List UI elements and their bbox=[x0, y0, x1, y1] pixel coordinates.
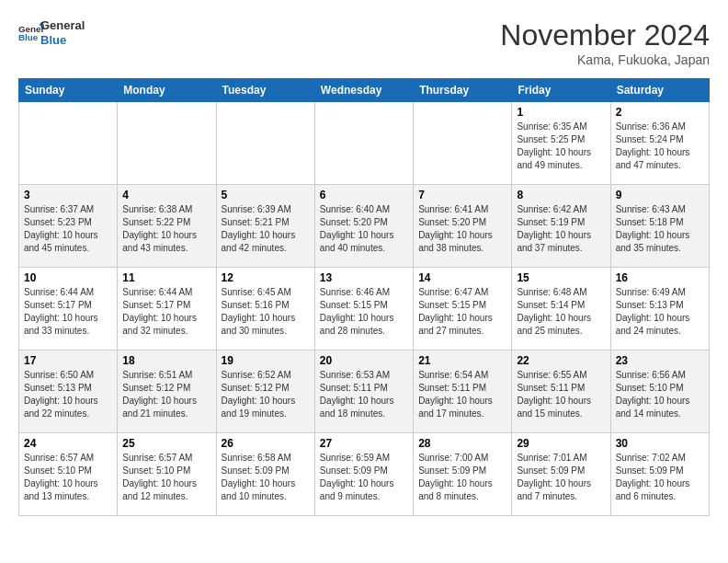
day-number: 16 bbox=[616, 271, 704, 284]
day-info: Sunrise: 6:52 AM Sunset: 5:12 PM Dayligh… bbox=[222, 369, 310, 420]
logo-general: General bbox=[40, 18, 85, 33]
day-number: 18 bbox=[122, 354, 210, 367]
calendar-cell: 17Sunrise: 6:50 AM Sunset: 5:13 PM Dayli… bbox=[19, 350, 118, 433]
day-number: 6 bbox=[320, 189, 408, 201]
day-info: Sunrise: 6:40 AM Sunset: 5:20 PM Dayligh… bbox=[320, 203, 408, 255]
calendar-cell: 9Sunrise: 6:43 AM Sunset: 5:18 PM Daylig… bbox=[610, 185, 709, 268]
day-info: Sunrise: 6:44 AM Sunset: 5:17 PM Dayligh… bbox=[24, 286, 112, 338]
calendar-cell bbox=[314, 102, 413, 185]
day-number: 5 bbox=[222, 189, 310, 201]
calendar-cell: 14Sunrise: 6:47 AM Sunset: 5:15 PM Dayli… bbox=[414, 268, 512, 350]
weekday-header-tuesday: Tuesday bbox=[216, 79, 314, 102]
weekday-header-sunday: Sunday bbox=[19, 79, 118, 102]
day-info: Sunrise: 6:45 AM Sunset: 5:16 PM Dayligh… bbox=[222, 286, 310, 338]
day-info: Sunrise: 7:02 AM Sunset: 5:09 PM Dayligh… bbox=[616, 452, 704, 503]
day-number: 22 bbox=[517, 354, 605, 367]
day-info: Sunrise: 6:54 AM Sunset: 5:11 PM Dayligh… bbox=[418, 369, 506, 420]
day-number: 25 bbox=[122, 437, 210, 450]
day-info: Sunrise: 6:53 AM Sunset: 5:11 PM Dayligh… bbox=[320, 369, 408, 420]
day-number: 29 bbox=[517, 437, 605, 450]
day-info: Sunrise: 6:56 AM Sunset: 5:10 PM Dayligh… bbox=[616, 369, 704, 420]
header: General Blue General Blue November 2024 … bbox=[18, 18, 710, 67]
location: Kama, Fukuoka, Japan bbox=[500, 52, 710, 67]
day-number: 12 bbox=[222, 271, 310, 284]
day-info: Sunrise: 6:37 AM Sunset: 5:23 PM Dayligh… bbox=[24, 203, 112, 255]
day-number: 11 bbox=[122, 271, 210, 284]
calendar-cell: 30Sunrise: 7:02 AM Sunset: 5:09 PM Dayli… bbox=[610, 433, 709, 516]
calendar-cell: 16Sunrise: 6:49 AM Sunset: 5:13 PM Dayli… bbox=[610, 268, 709, 350]
day-info: Sunrise: 6:38 AM Sunset: 5:22 PM Dayligh… bbox=[122, 203, 210, 255]
month-title: November 2024 bbox=[500, 18, 710, 52]
day-number: 4 bbox=[122, 189, 210, 201]
day-info: Sunrise: 6:39 AM Sunset: 5:21 PM Dayligh… bbox=[222, 203, 310, 255]
calendar-cell: 22Sunrise: 6:55 AM Sunset: 5:11 PM Dayli… bbox=[512, 350, 610, 433]
logo-blue: Blue bbox=[40, 33, 85, 48]
day-info: Sunrise: 6:35 AM Sunset: 5:25 PM Dayligh… bbox=[517, 121, 605, 172]
day-info: Sunrise: 6:44 AM Sunset: 5:17 PM Dayligh… bbox=[122, 286, 210, 338]
calendar-cell bbox=[216, 102, 314, 185]
day-number: 10 bbox=[24, 271, 112, 284]
calendar-cell: 21Sunrise: 6:54 AM Sunset: 5:11 PM Dayli… bbox=[414, 350, 512, 433]
calendar-cell: 29Sunrise: 7:01 AM Sunset: 5:09 PM Dayli… bbox=[512, 433, 610, 516]
calendar-cell: 11Sunrise: 6:44 AM Sunset: 5:17 PM Dayli… bbox=[118, 268, 216, 350]
logo: General Blue General Blue bbox=[18, 18, 85, 47]
day-number: 21 bbox=[418, 354, 506, 367]
calendar-cell: 4Sunrise: 6:38 AM Sunset: 5:22 PM Daylig… bbox=[118, 185, 216, 268]
calendar-cell: 18Sunrise: 6:51 AM Sunset: 5:12 PM Dayli… bbox=[118, 350, 216, 433]
weekday-header-monday: Monday bbox=[118, 79, 216, 102]
day-number: 27 bbox=[320, 437, 408, 450]
day-number: 26 bbox=[222, 437, 310, 450]
calendar-cell: 24Sunrise: 6:57 AM Sunset: 5:10 PM Dayli… bbox=[19, 433, 118, 516]
calendar-cell: 20Sunrise: 6:53 AM Sunset: 5:11 PM Dayli… bbox=[314, 350, 413, 433]
calendar-cell: 10Sunrise: 6:44 AM Sunset: 5:17 PM Dayli… bbox=[19, 268, 118, 350]
day-info: Sunrise: 6:42 AM Sunset: 5:19 PM Dayligh… bbox=[517, 203, 605, 255]
weekday-header-friday: Friday bbox=[512, 79, 610, 102]
day-number: 2 bbox=[616, 106, 704, 119]
day-number: 13 bbox=[320, 271, 408, 284]
weekday-header-saturday: Saturday bbox=[610, 79, 709, 102]
day-number: 1 bbox=[517, 106, 605, 119]
calendar-cell bbox=[118, 102, 216, 185]
day-info: Sunrise: 7:01 AM Sunset: 5:09 PM Dayligh… bbox=[517, 452, 605, 503]
calendar-cell: 15Sunrise: 6:48 AM Sunset: 5:14 PM Dayli… bbox=[512, 268, 610, 350]
day-info: Sunrise: 6:59 AM Sunset: 5:09 PM Dayligh… bbox=[320, 452, 408, 503]
calendar-cell: 23Sunrise: 6:56 AM Sunset: 5:10 PM Dayli… bbox=[610, 350, 709, 433]
weekday-header-wednesday: Wednesday bbox=[314, 79, 413, 102]
weekday-header-thursday: Thursday bbox=[414, 79, 512, 102]
day-info: Sunrise: 6:36 AM Sunset: 5:24 PM Dayligh… bbox=[616, 121, 704, 172]
calendar-cell: 28Sunrise: 7:00 AM Sunset: 5:09 PM Dayli… bbox=[414, 433, 512, 516]
title-block: November 2024 Kama, Fukuoka, Japan bbox=[500, 18, 710, 67]
calendar-cell: 12Sunrise: 6:45 AM Sunset: 5:16 PM Dayli… bbox=[216, 268, 314, 350]
calendar-cell: 8Sunrise: 6:42 AM Sunset: 5:19 PM Daylig… bbox=[512, 185, 610, 268]
calendar-cell: 6Sunrise: 6:40 AM Sunset: 5:20 PM Daylig… bbox=[314, 185, 413, 268]
day-number: 28 bbox=[418, 437, 506, 450]
day-info: Sunrise: 6:49 AM Sunset: 5:13 PM Dayligh… bbox=[616, 286, 704, 338]
calendar-cell: 7Sunrise: 6:41 AM Sunset: 5:20 PM Daylig… bbox=[414, 185, 512, 268]
calendar-cell: 3Sunrise: 6:37 AM Sunset: 5:23 PM Daylig… bbox=[19, 185, 118, 268]
day-number: 8 bbox=[517, 189, 605, 201]
day-info: Sunrise: 6:55 AM Sunset: 5:11 PM Dayligh… bbox=[517, 369, 605, 420]
day-number: 7 bbox=[418, 189, 506, 201]
calendar: SundayMondayTuesdayWednesdayThursdayFrid… bbox=[18, 78, 710, 516]
day-info: Sunrise: 6:41 AM Sunset: 5:20 PM Dayligh… bbox=[418, 203, 506, 255]
calendar-cell: 25Sunrise: 6:57 AM Sunset: 5:10 PM Dayli… bbox=[118, 433, 216, 516]
day-info: Sunrise: 6:51 AM Sunset: 5:12 PM Dayligh… bbox=[122, 369, 210, 420]
calendar-cell bbox=[19, 102, 118, 185]
day-number: 24 bbox=[24, 437, 112, 450]
day-info: Sunrise: 6:47 AM Sunset: 5:15 PM Dayligh… bbox=[418, 286, 506, 338]
day-info: Sunrise: 6:46 AM Sunset: 5:15 PM Dayligh… bbox=[320, 286, 408, 338]
calendar-cell: 2Sunrise: 6:36 AM Sunset: 5:24 PM Daylig… bbox=[610, 102, 709, 185]
day-number: 20 bbox=[320, 354, 408, 367]
day-info: Sunrise: 6:57 AM Sunset: 5:10 PM Dayligh… bbox=[122, 452, 210, 503]
day-info: Sunrise: 6:43 AM Sunset: 5:18 PM Dayligh… bbox=[616, 203, 704, 255]
day-number: 17 bbox=[24, 354, 112, 367]
day-info: Sunrise: 6:57 AM Sunset: 5:10 PM Dayligh… bbox=[24, 452, 112, 503]
day-info: Sunrise: 7:00 AM Sunset: 5:09 PM Dayligh… bbox=[418, 452, 506, 503]
day-number: 30 bbox=[616, 437, 704, 450]
calendar-cell bbox=[414, 102, 512, 185]
day-info: Sunrise: 6:50 AM Sunset: 5:13 PM Dayligh… bbox=[24, 369, 112, 420]
calendar-cell: 5Sunrise: 6:39 AM Sunset: 5:21 PM Daylig… bbox=[216, 185, 314, 268]
calendar-cell: 27Sunrise: 6:59 AM Sunset: 5:09 PM Dayli… bbox=[314, 433, 413, 516]
day-number: 9 bbox=[616, 189, 704, 201]
calendar-cell: 19Sunrise: 6:52 AM Sunset: 5:12 PM Dayli… bbox=[216, 350, 314, 433]
